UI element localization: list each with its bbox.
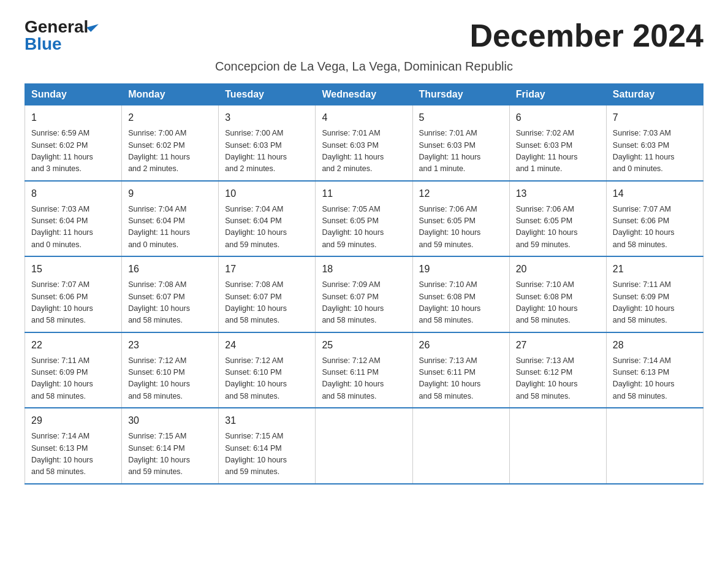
day-info: Sunrise: 7:13 AM Sunset: 6:11 PM Dayligh… (419, 355, 503, 403)
month-title: December 2024 (469, 18, 703, 53)
calendar-day-cell: 29Sunrise: 7:14 AM Sunset: 6:13 PM Dayli… (25, 408, 122, 484)
calendar-day-cell: 8Sunrise: 7:03 AM Sunset: 6:04 PM Daylig… (25, 181, 122, 257)
day-number: 11 (322, 186, 406, 201)
calendar-day-cell (412, 408, 509, 484)
day-info: Sunrise: 7:12 AM Sunset: 6:10 PM Dayligh… (225, 355, 309, 403)
location-subtitle: Concepcion de La Vega, La Vega, Dominica… (25, 59, 703, 74)
day-header-monday: Monday (122, 84, 219, 105)
calendar-week-row: 1Sunrise: 6:59 AM Sunset: 6:02 PM Daylig… (25, 105, 703, 181)
calendar-day-cell: 11Sunrise: 7:05 AM Sunset: 6:05 PM Dayli… (316, 181, 412, 257)
calendar-day-cell: 24Sunrise: 7:12 AM Sunset: 6:10 PM Dayli… (219, 332, 316, 408)
calendar-week-row: 8Sunrise: 7:03 AM Sunset: 6:04 PM Daylig… (25, 181, 703, 257)
day-info: Sunrise: 7:12 AM Sunset: 6:11 PM Dayligh… (322, 355, 406, 403)
calendar-day-cell: 25Sunrise: 7:12 AM Sunset: 6:11 PM Dayli… (316, 332, 412, 408)
calendar-day-cell: 27Sunrise: 7:13 AM Sunset: 6:12 PM Dayli… (509, 332, 606, 408)
day-info: Sunrise: 7:00 AM Sunset: 6:03 PM Dayligh… (225, 128, 309, 175)
day-info: Sunrise: 7:04 AM Sunset: 6:04 PM Dayligh… (225, 204, 309, 251)
day-info: Sunrise: 7:07 AM Sunset: 6:06 PM Dayligh… (613, 204, 697, 251)
calendar-day-cell (316, 408, 412, 484)
calendar-week-row: 15Sunrise: 7:07 AM Sunset: 6:06 PM Dayli… (25, 256, 703, 332)
day-info: Sunrise: 7:01 AM Sunset: 6:03 PM Dayligh… (419, 128, 503, 175)
day-number: 24 (225, 338, 309, 353)
calendar-day-cell: 6Sunrise: 7:02 AM Sunset: 6:03 PM Daylig… (509, 105, 606, 181)
day-number: 16 (128, 262, 212, 277)
day-info: Sunrise: 7:13 AM Sunset: 6:12 PM Dayligh… (516, 355, 600, 403)
day-number: 2 (128, 110, 212, 125)
calendar-header: SundayMondayTuesdayWednesdayThursdayFrid… (25, 84, 703, 105)
day-info: Sunrise: 7:03 AM Sunset: 6:04 PM Dayligh… (31, 204, 115, 251)
page-header: General Blue December 2024 (25, 18, 703, 53)
day-number: 6 (516, 110, 600, 125)
day-info: Sunrise: 7:10 AM Sunset: 6:08 PM Dayligh… (516, 279, 600, 327)
calendar-body: 1Sunrise: 6:59 AM Sunset: 6:02 PM Daylig… (25, 105, 703, 484)
day-header-wednesday: Wednesday (316, 84, 412, 105)
day-info: Sunrise: 7:05 AM Sunset: 6:05 PM Dayligh… (322, 204, 406, 251)
day-number: 20 (516, 262, 600, 277)
day-number: 26 (419, 338, 503, 353)
day-info: Sunrise: 7:00 AM Sunset: 6:02 PM Dayligh… (128, 128, 212, 175)
day-info: Sunrise: 7:08 AM Sunset: 6:07 PM Dayligh… (225, 279, 309, 327)
day-info: Sunrise: 7:14 AM Sunset: 6:13 PM Dayligh… (31, 431, 115, 478)
calendar-table: SundayMondayTuesdayWednesdayThursdayFrid… (25, 83, 703, 484)
day-number: 18 (322, 262, 406, 277)
calendar-day-cell: 30Sunrise: 7:15 AM Sunset: 6:14 PM Dayli… (122, 408, 219, 484)
logo-triangle-icon (86, 20, 99, 32)
calendar-day-cell: 13Sunrise: 7:06 AM Sunset: 6:05 PM Dayli… (509, 181, 606, 257)
calendar-day-cell: 1Sunrise: 6:59 AM Sunset: 6:02 PM Daylig… (25, 105, 122, 181)
calendar-day-cell: 17Sunrise: 7:08 AM Sunset: 6:07 PM Dayli… (219, 256, 316, 332)
day-info: Sunrise: 7:12 AM Sunset: 6:10 PM Dayligh… (128, 355, 212, 403)
day-number: 19 (419, 262, 503, 277)
day-number: 8 (31, 186, 115, 201)
day-number: 12 (419, 186, 503, 201)
day-number: 15 (31, 262, 115, 277)
calendar-day-cell: 10Sunrise: 7:04 AM Sunset: 6:04 PM Dayli… (219, 181, 316, 257)
day-info: Sunrise: 6:59 AM Sunset: 6:02 PM Dayligh… (31, 128, 115, 175)
calendar-day-cell: 14Sunrise: 7:07 AM Sunset: 6:06 PM Dayli… (606, 181, 703, 257)
day-info: Sunrise: 7:03 AM Sunset: 6:03 PM Dayligh… (613, 128, 697, 175)
day-info: Sunrise: 7:11 AM Sunset: 6:09 PM Dayligh… (613, 279, 697, 327)
calendar-day-cell: 22Sunrise: 7:11 AM Sunset: 6:09 PM Dayli… (25, 332, 122, 408)
calendar-day-cell: 3Sunrise: 7:00 AM Sunset: 6:03 PM Daylig… (219, 105, 316, 181)
day-info: Sunrise: 7:07 AM Sunset: 6:06 PM Dayligh… (31, 279, 115, 327)
calendar-day-cell: 4Sunrise: 7:01 AM Sunset: 6:03 PM Daylig… (316, 105, 412, 181)
calendar-day-cell: 26Sunrise: 7:13 AM Sunset: 6:11 PM Dayli… (412, 332, 509, 408)
calendar-day-cell: 5Sunrise: 7:01 AM Sunset: 6:03 PM Daylig… (412, 105, 509, 181)
day-header-tuesday: Tuesday (219, 84, 316, 105)
calendar-day-cell: 18Sunrise: 7:09 AM Sunset: 6:07 PM Dayli… (316, 256, 412, 332)
day-number: 27 (516, 338, 600, 353)
day-header-saturday: Saturday (606, 84, 703, 105)
day-number: 9 (128, 186, 212, 201)
day-info: Sunrise: 7:10 AM Sunset: 6:08 PM Dayligh… (419, 279, 503, 327)
logo: General Blue (25, 18, 96, 53)
calendar-day-cell: 21Sunrise: 7:11 AM Sunset: 6:09 PM Dayli… (606, 256, 703, 332)
day-info: Sunrise: 7:09 AM Sunset: 6:07 PM Dayligh… (322, 279, 406, 327)
calendar-day-cell: 19Sunrise: 7:10 AM Sunset: 6:08 PM Dayli… (412, 256, 509, 332)
day-info: Sunrise: 7:02 AM Sunset: 6:03 PM Dayligh… (516, 128, 600, 175)
day-info: Sunrise: 7:06 AM Sunset: 6:05 PM Dayligh… (419, 204, 503, 251)
day-info: Sunrise: 7:11 AM Sunset: 6:09 PM Dayligh… (31, 355, 115, 403)
day-number: 1 (31, 110, 115, 125)
calendar-day-cell (509, 408, 606, 484)
day-info: Sunrise: 7:06 AM Sunset: 6:05 PM Dayligh… (516, 204, 600, 251)
logo-blue: Blue (25, 36, 62, 53)
day-number: 30 (128, 413, 212, 428)
day-number: 23 (128, 338, 212, 353)
day-number: 21 (613, 262, 697, 277)
calendar-week-row: 29Sunrise: 7:14 AM Sunset: 6:13 PM Dayli… (25, 408, 703, 484)
calendar-day-cell: 15Sunrise: 7:07 AM Sunset: 6:06 PM Dayli… (25, 256, 122, 332)
day-number: 31 (225, 413, 309, 428)
logo-general: General (25, 18, 88, 36)
calendar-day-cell: 20Sunrise: 7:10 AM Sunset: 6:08 PM Dayli… (509, 256, 606, 332)
day-number: 25 (322, 338, 406, 353)
day-info: Sunrise: 7:15 AM Sunset: 6:14 PM Dayligh… (128, 431, 212, 478)
day-info: Sunrise: 7:14 AM Sunset: 6:13 PM Dayligh… (613, 355, 697, 403)
day-header-sunday: Sunday (25, 84, 122, 105)
day-number: 29 (31, 413, 115, 428)
calendar-day-cell: 23Sunrise: 7:12 AM Sunset: 6:10 PM Dayli… (122, 332, 219, 408)
calendar-day-cell (606, 408, 703, 484)
calendar-day-cell: 28Sunrise: 7:14 AM Sunset: 6:13 PM Dayli… (606, 332, 703, 408)
calendar-day-cell: 31Sunrise: 7:15 AM Sunset: 6:14 PM Dayli… (219, 408, 316, 484)
calendar-day-cell: 9Sunrise: 7:04 AM Sunset: 6:04 PM Daylig… (122, 181, 219, 257)
day-header-friday: Friday (509, 84, 606, 105)
day-info: Sunrise: 7:15 AM Sunset: 6:14 PM Dayligh… (225, 431, 309, 478)
